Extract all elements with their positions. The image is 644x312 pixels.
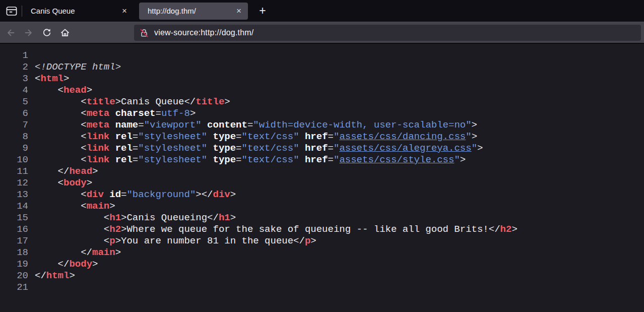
source-line: 14 <main> <box>0 201 644 212</box>
line-number: 6 <box>0 108 28 119</box>
line-number: 16 <box>0 224 28 235</box>
source-line: 16 <h2>Where we queue for the sake of qu… <box>0 224 644 235</box>
line-number: 2 <box>0 61 28 73</box>
tab-close-icon[interactable]: × <box>118 5 131 17</box>
line-code: <link rel="stylesheet" type="text/css" h… <box>28 143 483 154</box>
line-number: 15 <box>0 212 28 224</box>
line-number: 7 <box>0 119 28 131</box>
source-line: 18 </main> <box>0 247 644 259</box>
line-number: 20 <box>0 270 28 282</box>
tab-close-icon[interactable]: × <box>233 5 245 17</box>
line-number: 3 <box>0 73 28 85</box>
source-line: 11 </head> <box>0 166 644 177</box>
line-code: <body> <box>28 177 92 189</box>
source-code: 12<!DOCTYPE html>3<html>4 <head>5 <title… <box>0 50 644 293</box>
source-line: 15 <h1>Canis Queueing</h1> <box>0 212 644 224</box>
source-line: 4 <head> <box>0 85 644 96</box>
source-line: 10 <link rel="stylesheet" type="text/css… <box>0 154 644 166</box>
stylesheet-href-link[interactable]: assets/css/style.css <box>339 154 454 165</box>
line-number: 17 <box>0 235 28 247</box>
firefox-view-icon <box>6 6 17 16</box>
reload-button[interactable] <box>39 25 54 40</box>
line-number: 10 <box>0 154 28 166</box>
line-code: <!DOCTYPE html> <box>28 61 121 73</box>
source-line: 2<!DOCTYPE html> <box>0 61 644 73</box>
new-tab-button[interactable]: + <box>254 3 271 19</box>
line-number: 21 <box>0 282 28 293</box>
browser-window: Canis Queue × http://dog.thm/ × + <box>0 0 644 311</box>
back-icon <box>6 28 16 38</box>
line-code: <div id="background"></div> <box>28 189 236 201</box>
line-code: </head> <box>28 166 98 177</box>
line-number: 18 <box>0 247 28 259</box>
firefox-view-button[interactable] <box>4 3 20 19</box>
reload-icon <box>42 28 52 38</box>
line-number: 14 <box>0 201 28 212</box>
line-number: 12 <box>0 177 28 189</box>
line-code <box>28 282 35 293</box>
source-line: 13 <div id="background"></div> <box>0 189 644 201</box>
url-text: view-source:http://dog.thm/ <box>154 28 254 37</box>
navigation-toolbar: view-source:http://dog.thm/ <box>0 22 644 44</box>
line-code: <link rel="stylesheet" type="text/css" h… <box>28 154 466 166</box>
line-code: <html> <box>28 73 69 85</box>
line-code: </main> <box>28 247 121 259</box>
url-bar[interactable]: view-source:http://dog.thm/ <box>134 25 641 41</box>
line-code: <p>You are number 81 in the queue</p> <box>28 235 316 247</box>
line-code: <meta name="viewport" content="width=dev… <box>28 119 477 131</box>
line-code: <meta charset=utf-8> <box>28 108 196 119</box>
source-line: 1 <box>0 50 644 61</box>
stylesheet-href-link[interactable]: assets/css/alegreya.css <box>339 143 471 154</box>
line-code: <h1>Canis Queueing</h1> <box>28 212 236 224</box>
line-code: <head> <box>28 85 92 96</box>
line-number: 11 <box>0 166 28 177</box>
insecure-lock-icon[interactable] <box>139 28 149 38</box>
source-line: 7 <meta name="viewport" content="width=d… <box>0 119 644 131</box>
source-line: 5 <title>Canis Queue</title> <box>0 96 644 108</box>
line-number: 9 <box>0 143 28 154</box>
source-line: 19 </body> <box>0 259 644 270</box>
line-number: 8 <box>0 131 28 143</box>
home-icon <box>60 28 70 38</box>
line-code: <main> <box>28 201 115 212</box>
line-code <box>28 50 35 61</box>
source-line: 3<html> <box>0 73 644 85</box>
line-number: 19 <box>0 259 28 270</box>
line-number: 1 <box>0 50 28 61</box>
source-line: 20</html> <box>0 270 644 282</box>
tab-dog-thm[interactable]: http://dog.thm/ × <box>139 3 248 20</box>
line-number: 5 <box>0 96 28 108</box>
source-line: 8 <link rel="stylesheet" type="text/css"… <box>0 131 644 143</box>
source-line: 12 <body> <box>0 177 644 189</box>
line-number: 4 <box>0 85 28 96</box>
tab-bar: Canis Queue × http://dog.thm/ × + <box>0 0 644 22</box>
line-number: 13 <box>0 189 28 201</box>
line-code: <title>Canis Queue</title> <box>28 96 230 108</box>
stylesheet-href-link[interactable]: assets/css/dancing.css <box>339 131 466 142</box>
line-code: </body> <box>28 259 98 270</box>
tab-title: Canis Queue <box>31 7 118 15</box>
source-line: 9 <link rel="stylesheet" type="text/css"… <box>0 143 644 154</box>
source-line: 21 <box>0 282 644 293</box>
forward-icon <box>24 28 34 38</box>
back-button[interactable] <box>3 25 18 40</box>
line-code: <h2>Where we queue for the sake of queue… <box>28 224 518 235</box>
tab-title: http://dog.thm/ <box>148 7 233 15</box>
source-line: 6 <meta charset=utf-8> <box>0 108 644 119</box>
line-code: </html> <box>28 270 75 282</box>
source-line: 17 <p>You are number 81 in the queue</p> <box>0 235 644 247</box>
forward-button[interactable] <box>21 25 36 40</box>
view-source-content: 12<!DOCTYPE html>3<html>4 <head>5 <title… <box>0 44 644 311</box>
home-button[interactable] <box>57 25 73 40</box>
tab-canis-queue[interactable]: Canis Queue × <box>22 3 134 20</box>
line-code: <link rel="stylesheet" type="text/css" h… <box>28 131 477 143</box>
